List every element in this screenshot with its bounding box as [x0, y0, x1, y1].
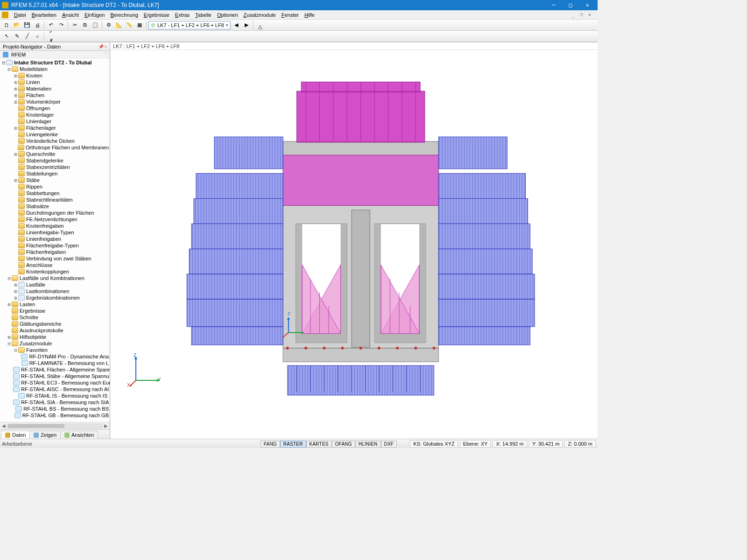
tree-item[interactable]: RF-STAHL EC3 - Bemessung nach Eur — [0, 379, 110, 386]
menu-extras[interactable]: Extras — [172, 11, 192, 19]
tree-item[interactable]: ⊞Lasten — [0, 301, 110, 308]
tree-item[interactable]: RF-STAHL BS - Bemessung nach BS — [0, 406, 110, 412]
tool-icon[interactable]: ◆ — [255, 20, 265, 22]
status-toggle-ofang[interactable]: OFANG — [332, 441, 355, 448]
tree-item[interactable]: ⊞Stäbe — [0, 177, 110, 183]
cut-icon[interactable]: ✂ — [70, 21, 79, 30]
mdi-minimize[interactable]: _ — [570, 12, 576, 18]
tree-item[interactable]: Orthotrope Flächen und Membranen — [0, 144, 110, 151]
tree-item[interactable]: ⊟Lastfälle und Kombinationen — [0, 275, 110, 281]
tool-icon[interactable]: 📐 — [114, 21, 124, 30]
tree-item[interactable]: ⊟Intake Structure DT2 - To Dlubal — [0, 59, 110, 66]
tool-icon[interactable]: 📏 — [125, 21, 134, 30]
tree-item[interactable]: Flächenfreigaben — [0, 249, 110, 255]
tab-daten[interactable]: Daten — [1, 431, 30, 439]
mdi-close[interactable]: × — [586, 12, 593, 18]
menu-datei[interactable]: Datei — [11, 11, 29, 19]
navigator-hscroll[interactable]: ◀ ▶ — [0, 422, 110, 429]
tree-item[interactable]: Linienlager — [0, 118, 110, 125]
tree-item[interactable]: Öffnungen — [0, 105, 110, 112]
status-toggle-raster[interactable]: RASTER — [280, 441, 306, 448]
tree-item[interactable]: Anschlüsse — [0, 262, 110, 268]
draw-icon[interactable]: ✎ — [12, 32, 21, 41]
tool-icon[interactable]: ✗ — [46, 36, 56, 42]
navigator-close-icon[interactable]: × — [105, 44, 107, 49]
viewport-canvas[interactable]: Z Z Y X — [110, 50, 598, 439]
tree-item[interactable]: ⊞Volumenkörper — [0, 98, 110, 105]
tree-item[interactable]: ⊞Flächenlager — [0, 125, 110, 131]
status-toggle-kartes[interactable]: KARTES — [306, 441, 332, 448]
status-toggle-fang[interactable]: FANG — [261, 441, 280, 448]
paste-icon[interactable]: 📋 — [91, 21, 100, 30]
loadcase-combo[interactable]: ◎ LK7 - LF1 + LF2 + LF6 + LF8 — [148, 21, 231, 29]
tree-item[interactable]: ⊟Zusatzmodule — [0, 340, 110, 347]
tree-item[interactable]: RF-STAHL IS - Bemessung nach IS — [0, 392, 110, 399]
close-button[interactable]: ✕ — [579, 0, 596, 10]
navigator-root-row[interactable]: RFEM ˄ — [0, 51, 110, 58]
tree-item[interactable]: RF-LAMINATE - Bemessung von L — [0, 360, 110, 366]
tree-item[interactable]: Ergebnisse — [0, 308, 110, 314]
prev-icon[interactable]: ◀ — [232, 21, 241, 30]
menu-bearbeiten[interactable]: Bearbeiten — [29, 11, 59, 19]
navigator-tree[interactable]: ⊟Intake Structure DT2 - To Dlubal⊟Modell… — [0, 58, 110, 422]
status-toggle-hlinien[interactable]: HLINIEN — [355, 441, 381, 448]
tree-item[interactable]: Stabnichtlinearitäten — [0, 196, 110, 203]
tree-item[interactable]: ⊞Ergebniskombinationen — [0, 294, 110, 301]
open-file-icon[interactable]: 📂 — [12, 21, 21, 30]
new-file-icon[interactable]: 🗋 — [2, 21, 11, 30]
menu-fenster[interactable]: Fenster — [279, 11, 302, 19]
tab-zeigen[interactable]: Zeigen — [29, 431, 61, 439]
tree-item[interactable]: Veränderliche Dicken — [0, 138, 110, 144]
tree-item[interactable]: Verbindung von zwei Stäben — [0, 255, 110, 262]
tree-item[interactable]: Stabbettungen — [0, 190, 110, 196]
draw-icon[interactable]: ╱ — [22, 32, 32, 41]
tree-item[interactable]: RF-STAHL AISC - Bemessung nach AI — [0, 386, 110, 392]
tree-item[interactable]: Schnitte — [0, 314, 110, 321]
tree-item[interactable]: RF-STAHL GB - Bemessung nach GB — [0, 412, 110, 419]
tree-item[interactable]: ⊟Modelldaten — [0, 66, 110, 72]
tool-icon[interactable]: △ — [255, 22, 265, 31]
tree-item[interactable]: RF-STAHL Stäbe - Allgemeine Spannu — [0, 373, 110, 379]
tree-item[interactable]: RF-STAHL Flächen - Allgemeine Spann — [0, 366, 110, 373]
menu-berechnung[interactable]: Berechnung — [107, 11, 141, 19]
print-icon[interactable]: 🖨 — [33, 21, 42, 30]
tree-item[interactable]: Stabteilungen — [0, 170, 110, 177]
tree-item[interactable]: Linienfreigaben — [0, 236, 110, 242]
tree-item[interactable]: ⊞Flächen — [0, 92, 110, 98]
menu-ansicht[interactable]: Ansicht — [59, 11, 82, 19]
tree-item[interactable]: ⊞Linien — [0, 79, 110, 85]
maximize-button[interactable]: □ — [562, 0, 579, 10]
next-icon[interactable]: ▶ — [242, 21, 251, 30]
tree-item[interactable]: ⊞Knoten — [0, 72, 110, 79]
tree-item[interactable]: Stabexzentrizitäten — [0, 164, 110, 170]
tree-item[interactable]: Linienfreigabe-Typen — [0, 229, 110, 236]
pointer-icon[interactable]: ↖ — [2, 32, 11, 41]
menu-einfügen[interactable]: Einfügen — [82, 11, 107, 19]
menu-tabelle[interactable]: Tabelle — [192, 11, 214, 19]
copy-icon[interactable]: ⧉ — [80, 21, 90, 30]
tree-item[interactable]: Rippen — [0, 183, 110, 190]
tree-item[interactable]: ⊞Querschnitte — [0, 151, 110, 157]
draw-icon[interactable]: ○ — [33, 32, 42, 41]
status-toggle-dxf[interactable]: DXF — [381, 441, 397, 448]
save-icon[interactable]: 💾 — [22, 21, 32, 30]
menu-optionen[interactable]: Optionen — [214, 11, 241, 19]
navigator-pin-icon[interactable]: 📌 — [99, 44, 104, 49]
redo-icon[interactable]: ↷ — [56, 21, 66, 30]
tree-item[interactable]: Stabendgelenke — [0, 157, 110, 164]
tree-item[interactable]: ⊞Hilfsobjekte — [0, 334, 110, 340]
menu-ergebnisse[interactable]: Ergebnisse — [141, 11, 172, 19]
tree-item[interactable]: ⊞Lastfälle — [0, 281, 110, 288]
tree-item[interactable]: ⊞Lastkombinationen — [0, 288, 110, 294]
tab-ansichten[interactable]: Ansichten — [60, 431, 98, 439]
tree-item[interactable]: Durchdringungen der Flächen — [0, 210, 110, 216]
tool-icon[interactable]: ▦ — [135, 21, 144, 30]
tree-item[interactable]: Flächenfreigabe-Typen — [0, 242, 110, 249]
tree-item[interactable]: RF-STAHL SIA - Bemessung nach SIA — [0, 399, 110, 406]
tree-item[interactable]: Stabsätze — [0, 203, 110, 210]
menu-zusatzmodule[interactable]: Zusatzmodule — [241, 11, 279, 19]
tree-item[interactable]: Ausdruckprotokolle — [0, 327, 110, 334]
tree-item[interactable]: ⊟Favoriten — [0, 347, 110, 353]
minimize-button[interactable]: ─ — [545, 0, 562, 10]
tree-item[interactable]: Knotenkopplungen — [0, 268, 110, 275]
